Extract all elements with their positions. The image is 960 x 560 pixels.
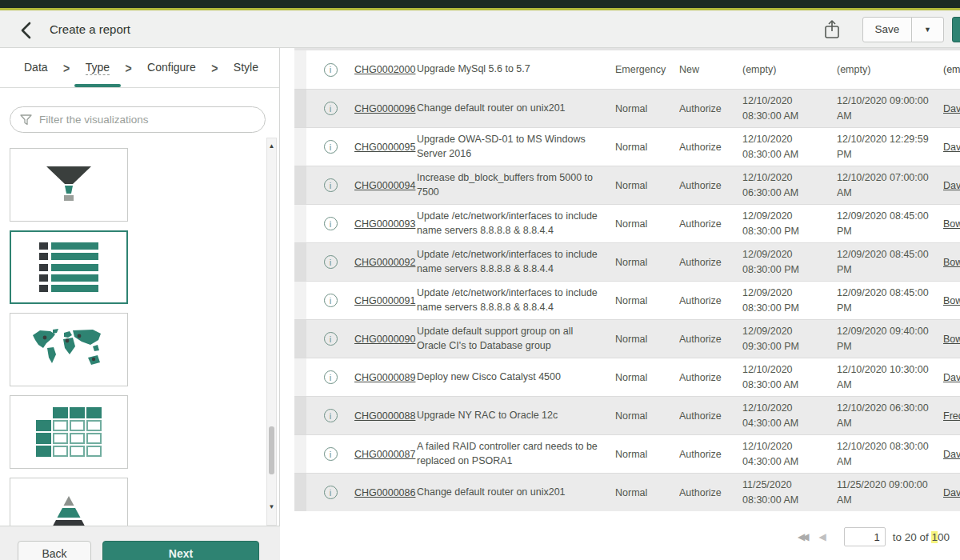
change-number-link[interactable]: CHG0000094	[354, 180, 415, 191]
assigned-to-link[interactable]: Dav	[943, 180, 960, 191]
heatmap-chart-icon	[36, 407, 102, 457]
change-number-link[interactable]: CHG0000093	[354, 218, 415, 230]
info-icon[interactable]: i	[324, 486, 338, 499]
info-icon[interactable]: i	[324, 255, 338, 269]
change-number-link[interactable]: CHG0000088	[354, 410, 415, 422]
change-number-link[interactable]: CHG0000091	[354, 295, 415, 306]
assigned-to-link[interactable]: Dav	[943, 487, 960, 498]
back-chevron-icon[interactable]	[18, 21, 37, 40]
assigned-to-link[interactable]: Bow	[943, 218, 960, 230]
previous-page-icon[interactable]: ◀	[818, 531, 826, 542]
viz-heatmap-thumbnail[interactable]	[10, 395, 128, 469]
short-description: Update /etc/network/interfaces to includ…	[417, 248, 615, 276]
state-value: Authorize	[679, 334, 742, 345]
row-gutter	[294, 205, 306, 242]
short-description: Update default support group on all Orac…	[417, 325, 615, 353]
start-date-value: 12/10/2020 04:30:00 AM	[742, 401, 837, 431]
table-row: i CHG0000096 Change default router on un…	[294, 89, 960, 127]
visualization-filter	[10, 106, 266, 133]
wizard-breadcrumb: Data > Type > Configure > Style	[0, 48, 279, 88]
state-value: Authorize	[679, 410, 742, 422]
end-date-value: 12/09/2020 09:40:00 PM	[837, 324, 943, 354]
short-description: Change default router on unix201	[417, 486, 615, 500]
step-data[interactable]: Data	[24, 48, 48, 87]
change-number-link[interactable]: CHG0000089	[354, 372, 415, 383]
table-row: i CHG0000088 Upgrade NY RAC to Oracle 12…	[294, 396, 960, 434]
step-style[interactable]: Style	[234, 48, 258, 87]
assigned-to-link[interactable]: Dav	[943, 142, 960, 153]
change-number-link[interactable]: CHG0000095	[354, 142, 415, 153]
save-menu-button[interactable]: ▼	[911, 17, 944, 42]
priority-value: Normal	[615, 180, 679, 191]
panel-scrollbar[interactable]: ▲ ▼	[266, 138, 277, 526]
start-date-value: 12/09/2020 08:30:00 PM	[742, 286, 837, 316]
info-icon[interactable]: i	[324, 217, 338, 230]
info-icon[interactable]: i	[324, 370, 338, 384]
scroll-down-icon[interactable]: ▼	[267, 503, 276, 510]
assigned-to-link[interactable]: Dav	[943, 103, 960, 114]
back-button[interactable]: Back	[18, 541, 91, 560]
page-number-input[interactable]	[844, 527, 886, 546]
info-icon[interactable]: i	[324, 447, 338, 461]
row-gutter	[294, 243, 306, 281]
filter-input[interactable]	[39, 114, 255, 126]
row-gutter	[294, 397, 306, 434]
state-value: Authorize	[679, 295, 742, 306]
table-row: i CHG0000087 A failed RAID controller ca…	[294, 434, 960, 473]
step-type[interactable]: Type	[86, 48, 110, 87]
visualization-list	[0, 138, 267, 526]
table-row: i CHG0000089 Deploy new Cisco Catalyst 4…	[294, 358, 960, 396]
start-date-value: 12/10/2020 06:30:00 AM	[742, 170, 837, 201]
row-gutter	[294, 50, 306, 89]
short-description: Upgrade NY RAC to Oracle 12c	[417, 409, 615, 423]
state-value: Authorize	[679, 487, 742, 498]
info-icon[interactable]: i	[324, 140, 338, 154]
save-button[interactable]: Save	[862, 17, 912, 42]
end-date-value: 12/10/2020 08:30:00 AM	[837, 439, 943, 470]
step-configure[interactable]: Configure	[147, 48, 196, 87]
short-description: Deploy new Cisco Catalyst 4500	[417, 370, 615, 385]
report-wizard-panel: Data > Type > Configure > Style	[0, 48, 280, 560]
change-number-link[interactable]: CHG0000086	[354, 487, 415, 498]
change-number-link[interactable]: CHG0000092	[354, 257, 415, 268]
assigned-to-link[interactable]: Bow	[943, 334, 960, 345]
assigned-to-link[interactable]: Fred	[943, 410, 960, 422]
assigned-to-link[interactable]: Bow	[943, 257, 960, 268]
change-number-link[interactable]: CHG0002000	[354, 64, 415, 75]
info-icon[interactable]: i	[324, 178, 338, 192]
start-date-value: 12/09/2020 08:30:00 PM	[742, 209, 837, 239]
info-icon[interactable]: i	[324, 102, 338, 115]
assigned-to-link[interactable]: (empty)	[943, 64, 960, 75]
change-number-link[interactable]: CHG0000096	[354, 103, 415, 114]
share-icon[interactable]	[822, 19, 842, 40]
row-gutter	[294, 166, 306, 204]
start-date-value: 12/10/2020 08:30:00 AM	[742, 94, 837, 124]
info-icon[interactable]: i	[324, 63, 338, 77]
info-icon[interactable]: i	[324, 332, 338, 346]
viz-funnel-thumbnail[interactable]	[10, 148, 128, 222]
scroll-up-icon[interactable]: ▲	[267, 142, 276, 150]
viz-world-map-thumbnail[interactable]	[10, 313, 128, 386]
assigned-to-link[interactable]: Bow	[943, 295, 960, 306]
info-icon[interactable]: i	[324, 409, 338, 422]
state-value: Authorize	[679, 257, 742, 268]
start-date-value: 12/09/2020 08:30:00 PM	[742, 247, 837, 278]
viz-list-thumbnail[interactable]	[10, 230, 128, 304]
info-icon[interactable]: i	[324, 294, 338, 307]
assigned-to-link[interactable]: Dav	[943, 372, 960, 383]
scrollbar-thumb[interactable]	[269, 426, 274, 474]
table-row: i CHG0000094 Increase db_block_buffers f…	[294, 166, 960, 204]
table-row: i CHG0000093 Update /etc/network/interfa…	[294, 204, 960, 242]
next-button[interactable]: Next	[102, 541, 259, 560]
end-date-value: 12/10/2020 12:29:59 PM	[837, 132, 943, 162]
state-value: Authorize	[679, 372, 742, 383]
change-number-link[interactable]: CHG0000087	[354, 449, 415, 460]
start-date-value: 11/25/2020 08:30:00 AM	[742, 478, 837, 508]
first-page-icon[interactable]: ◀◀	[798, 531, 806, 542]
run-button-partial[interactable]	[952, 17, 960, 42]
change-table-body: i CHG0002000 Upgrade MySql 5.6 to 5.7 Em…	[294, 50, 960, 511]
change-number-link[interactable]: CHG0000090	[354, 334, 415, 345]
assigned-to-link[interactable]: Dav	[943, 449, 960, 460]
short-description: A failed RAID controller card needs to b…	[417, 440, 615, 468]
viz-pyramid-thumbnail[interactable]	[10, 478, 128, 526]
